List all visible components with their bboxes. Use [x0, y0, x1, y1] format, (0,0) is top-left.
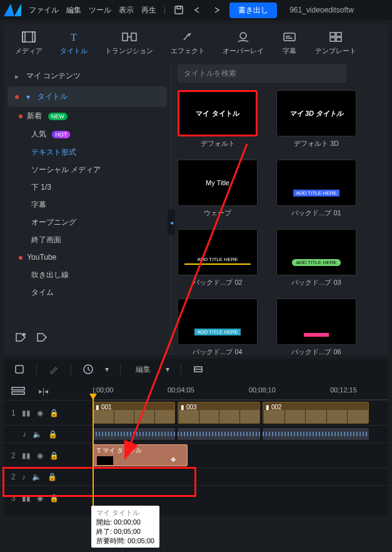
track-lane[interactable]: ▮001 ▮003 ▮002 [93, 401, 388, 425]
sidebar-item-mycontents[interactable]: ▸ マイ コンテンツ [4, 66, 171, 86]
lock-icon[interactable]: 🔒 [49, 451, 59, 460]
tab-overlay[interactable]: オーバーレイ [223, 30, 264, 56]
title-thumb-backdrop04[interactable]: ADD TITLE HERE バックド...プ 04 [178, 299, 258, 357]
select-tool-icon[interactable] [14, 364, 25, 375]
track-lane[interactable]: T マイ タイトル ✥ [93, 443, 388, 468]
sidebar-sub-social[interactable]: ソーシャル メディア [4, 161, 171, 178]
project-name: 961_videoeditsoftw [289, 6, 354, 14]
tab-transition-label: トランジション [105, 46, 153, 56]
mute-icon[interactable]: 🔈 [32, 473, 41, 481]
track-lane[interactable] [93, 426, 388, 442]
tab-subtitle[interactable]: 字幕 [281, 30, 298, 56]
audio-clip[interactable] [178, 428, 260, 440]
visibility-icon[interactable]: ◉ [37, 494, 43, 503]
track-number: 2 [11, 451, 16, 460]
save-icon[interactable] [173, 4, 184, 16]
sidebar-sub-label: 字幕 [31, 200, 46, 209]
sidebar-sub-subtitle[interactable]: 字幕 [4, 196, 171, 213]
sidebar-sub-time[interactable]: タイム [4, 284, 171, 301]
title-thumb-backdrop01[interactable]: ADD TITLE HERE バックド...プ 01 [276, 160, 356, 218]
track-header-icon[interactable] [11, 387, 25, 396]
title-thumb-backdrop03[interactable]: ADD TITLE HERE バックド...プ 03 [276, 229, 356, 287]
sidebar-sub-popular[interactable]: 人気 HOT [4, 125, 171, 143]
chevron-down-icon[interactable]: ▾ [105, 365, 109, 374]
lock-icon[interactable]: 🔒 [49, 409, 59, 417]
time-ruler[interactable]: |;00;00 00;04;05 00;08;10 00;12;15 [93, 382, 388, 400]
sidebar-footer: + [4, 326, 171, 349]
tab-title[interactable]: T タイトル [60, 30, 88, 56]
panel-collapse-icon[interactable]: ◂ [168, 210, 175, 235]
audio-track-icon[interactable]: ♪ [23, 430, 26, 439]
video-track-icon[interactable]: ▮▮ [22, 451, 31, 460]
title-thumb-default[interactable]: マイ タイトル デフォルト [178, 90, 258, 148]
visibility-icon[interactable]: ◉ [37, 451, 43, 460]
search-input[interactable]: タイトルを検索 [178, 64, 346, 83]
lock-icon[interactable]: 🔒 [48, 430, 58, 439]
tab-template[interactable]: テンプレート [315, 30, 356, 56]
chevron-down-icon[interactable]: ▾ [166, 365, 169, 374]
title-clip[interactable]: T マイ タイトル ✥ [93, 444, 188, 466]
audio-track-icon[interactable]: ♪ [22, 473, 26, 481]
tab-transition[interactable]: トランジション [105, 30, 153, 56]
lock-icon[interactable]: 🔒 [49, 494, 59, 503]
track-audio-2: 2 ♪ 🔈 🔒 [4, 468, 388, 485]
svg-rect-14 [330, 38, 335, 41]
menu-edit[interactable]: 編集 [66, 5, 81, 16]
video-clip[interactable]: ▮001 [93, 402, 175, 424]
sidebar-sub-opening[interactable]: オープニング [4, 213, 171, 231]
audio-clip[interactable] [93, 428, 175, 440]
video-clip[interactable]: ▮002 [263, 402, 369, 424]
visibility-icon[interactable]: ◉ [37, 409, 43, 417]
menu-play[interactable]: 再生 [141, 5, 156, 16]
brush-tool-icon[interactable] [48, 364, 59, 375]
menu-view[interactable]: 表示 [119, 5, 134, 16]
lock-icon[interactable]: 🔒 [48, 473, 57, 481]
svg-rect-15 [336, 38, 341, 41]
sidebar-sub-callout[interactable]: 吹き出し線 [4, 266, 171, 284]
audio-clip[interactable] [263, 428, 369, 440]
track-lane[interactable] [93, 468, 388, 485]
video-clip[interactable]: ▮003 [178, 402, 260, 424]
track-number: 1 [11, 409, 16, 417]
sidebar-item-title[interactable]: ▾ タイトル [8, 86, 167, 107]
svg-rect-3 [23, 32, 25, 42]
title-clip-t-icon: T [97, 447, 101, 454]
tab-media-label: メディア [15, 46, 43, 56]
sidebar-sub-textstyle[interactable]: テキスト形式 [4, 143, 171, 161]
undo-icon[interactable] [192, 4, 203, 16]
tag-add-icon[interactable]: + [15, 332, 28, 342]
video-track-icon[interactable]: ▮▮ [22, 494, 31, 503]
mute-icon[interactable]: 🔈 [33, 430, 42, 439]
sidebar-sub-new[interactable]: 新着 NEW [4, 107, 171, 125]
video-track-icon[interactable]: ▮▮ [22, 409, 31, 417]
svg-rect-1 [177, 6, 181, 9]
sidebar-sub-youtube[interactable]: YouTube [4, 248, 171, 266]
title-thumb-backdrop06[interactable]: バックド...プ 06 [276, 299, 356, 357]
effect-icon [180, 30, 196, 44]
sidebar-sub-label: 新着 [27, 111, 42, 120]
sidebar-sub-label: 吹き出し線 [31, 270, 69, 279]
tab-effect[interactable]: エフェクト [171, 30, 205, 56]
tab-media[interactable]: メディア [15, 30, 43, 56]
timeline: ▸|◂ |;00;00 00;04;05 00;08;10 00;12;15 1… [4, 380, 388, 515]
edit-menu[interactable]: 編集 [132, 364, 154, 375]
export-button[interactable]: 書き出し [229, 3, 277, 18]
title-thumb-wave[interactable]: My Title ウェーブ [178, 160, 258, 218]
title-thumb-default3d[interactable]: マイ 3D タイトル デフォルト 3D [276, 90, 356, 148]
tag-icon[interactable] [36, 332, 49, 342]
thumb-preview-text: マイ 3D タイトル [289, 109, 343, 118]
history-icon[interactable] [83, 364, 94, 375]
svg-rect-22 [12, 392, 24, 394]
menu-file[interactable]: ファイル [29, 5, 59, 16]
template-icon [328, 30, 344, 44]
sidebar-sub-lower3[interactable]: 下 1/3 [4, 178, 171, 196]
keyframe-icon[interactable] [193, 364, 204, 375]
title-thumb-backdrop02[interactable]: ADD TITLE HERE バックド...プ 02 [178, 229, 258, 287]
redo-icon[interactable] [211, 4, 222, 16]
playhead[interactable] [93, 399, 94, 515]
thumb-preview-text: ADD TITLE HERE [292, 259, 340, 266]
menu-tool[interactable]: ツール [89, 5, 111, 16]
sidebar-sub-ending[interactable]: 終了画面 [4, 231, 171, 248]
thumb-preview-text: マイ タイトル [196, 109, 239, 118]
snap-toggle-icon[interactable]: ▸|◂ [39, 387, 48, 396]
